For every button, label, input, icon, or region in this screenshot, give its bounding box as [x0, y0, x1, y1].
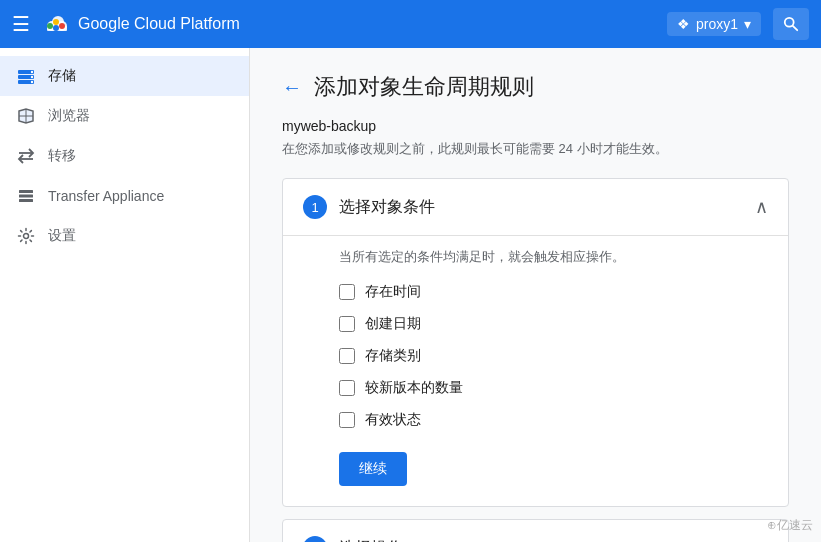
section2-number: 2: [303, 536, 327, 542]
checkbox-live-state-label: 有效状态: [365, 411, 421, 429]
section2-card: 2 选择操作 ∨: [282, 519, 789, 542]
continue-button[interactable]: 继续: [339, 452, 407, 486]
svg-point-13: [31, 71, 33, 73]
checkbox-created-input[interactable]: [339, 316, 355, 332]
svg-rect-21: [19, 195, 33, 198]
main-content: ← 添加对象生命周期规则 myweb-backup 在您添加或修改规则之前，此规…: [250, 48, 821, 542]
sidebar-label-storage: 存储: [48, 67, 76, 85]
checkbox-live-state-input[interactable]: [339, 412, 355, 428]
svg-point-15: [31, 81, 33, 83]
cloud-icon: [42, 10, 70, 38]
checkbox-age-input[interactable]: [339, 284, 355, 300]
topbar: ☰ Google Cloud Platform ❖ proxy1 ▾: [0, 0, 821, 48]
sidebar-item-browser[interactable]: 浏览器: [0, 96, 249, 136]
browser-icon: [16, 106, 36, 126]
checkbox-storage-class[interactable]: 存储类别: [339, 340, 768, 372]
app-name: Google Cloud Platform: [78, 15, 240, 33]
search-button[interactable]: [773, 8, 809, 40]
sidebar: 存储 浏览器 转移: [0, 48, 250, 542]
checkbox-newer-versions-input[interactable]: [339, 380, 355, 396]
checkbox-live-state[interactable]: 有效状态: [339, 404, 768, 436]
sidebar-label-settings: 设置: [48, 227, 76, 245]
bucket-name: myweb-backup: [282, 118, 789, 134]
appliance-icon: [16, 186, 36, 206]
svg-rect-22: [19, 199, 33, 202]
checkbox-newer-versions[interactable]: 较新版本的数量: [339, 372, 768, 404]
sidebar-item-settings[interactable]: 设置: [0, 216, 249, 256]
section1-title: 选择对象条件: [339, 197, 755, 218]
sidebar-label-browser: 浏览器: [48, 107, 90, 125]
storage-icon: [16, 66, 36, 86]
info-text: 在您添加或修改规则之前，此规则最长可能需要 24 小时才能生效。: [282, 140, 789, 158]
page-title: 添加对象生命周期规则: [314, 72, 534, 102]
svg-point-23: [24, 234, 29, 239]
checkbox-created-label: 创建日期: [365, 315, 421, 333]
sidebar-label-transfer-appliance: Transfer Appliance: [48, 188, 164, 204]
sidebar-label-transfer: 转移: [48, 147, 76, 165]
transfer-icon: [16, 146, 36, 166]
search-icon: [783, 15, 799, 33]
svg-line-9: [793, 26, 797, 30]
menu-icon[interactable]: ☰: [12, 12, 30, 36]
section1-body: 当所有选定的条件均满足时，就会触发相应操作。 存在时间 创建日期 存储类别 较新…: [283, 235, 788, 506]
section2-header[interactable]: 2 选择操作 ∨: [283, 520, 788, 542]
svg-point-6: [59, 23, 65, 29]
svg-rect-20: [19, 190, 33, 193]
chevron-up-icon: ∧: [755, 196, 768, 218]
section2-title: 选择操作: [339, 538, 755, 543]
section1-card: 1 选择对象条件 ∧ 当所有选定的条件均满足时，就会触发相应操作。 存在时间 创…: [282, 178, 789, 507]
chevron-down-icon: ∨: [755, 537, 768, 542]
app-logo: Google Cloud Platform: [42, 10, 667, 38]
sidebar-item-transfer[interactable]: 转移: [0, 136, 249, 176]
checkbox-age[interactable]: 存在时间: [339, 276, 768, 308]
settings-icon: [16, 226, 36, 246]
checkbox-storage-class-input[interactable]: [339, 348, 355, 364]
chevron-down-icon: ▾: [744, 16, 751, 32]
section1-number: 1: [303, 195, 327, 219]
checkbox-age-label: 存在时间: [365, 283, 421, 301]
section1-header[interactable]: 1 选择对象条件 ∧: [283, 179, 788, 235]
project-selector[interactable]: ❖ proxy1 ▾: [667, 12, 761, 36]
checkbox-storage-class-label: 存储类别: [365, 347, 421, 365]
main-layout: 存储 浏览器 转移: [0, 48, 821, 542]
section1-subtitle: 当所有选定的条件均满足时，就会触发相应操作。: [339, 236, 768, 276]
svg-point-5: [53, 19, 59, 25]
svg-point-7: [53, 25, 59, 31]
watermark: ⊕亿速云: [767, 517, 813, 534]
svg-point-4: [47, 23, 53, 29]
sidebar-item-transfer-appliance[interactable]: Transfer Appliance: [0, 176, 249, 216]
svg-point-14: [31, 76, 33, 78]
content-header: ← 添加对象生命周期规则: [282, 72, 789, 102]
checkbox-created[interactable]: 创建日期: [339, 308, 768, 340]
sidebar-item-storage[interactable]: 存储: [0, 56, 249, 96]
project-name: proxy1: [696, 16, 738, 32]
project-icon: ❖: [677, 16, 690, 32]
checkbox-newer-versions-label: 较新版本的数量: [365, 379, 463, 397]
back-button[interactable]: ←: [282, 76, 302, 99]
